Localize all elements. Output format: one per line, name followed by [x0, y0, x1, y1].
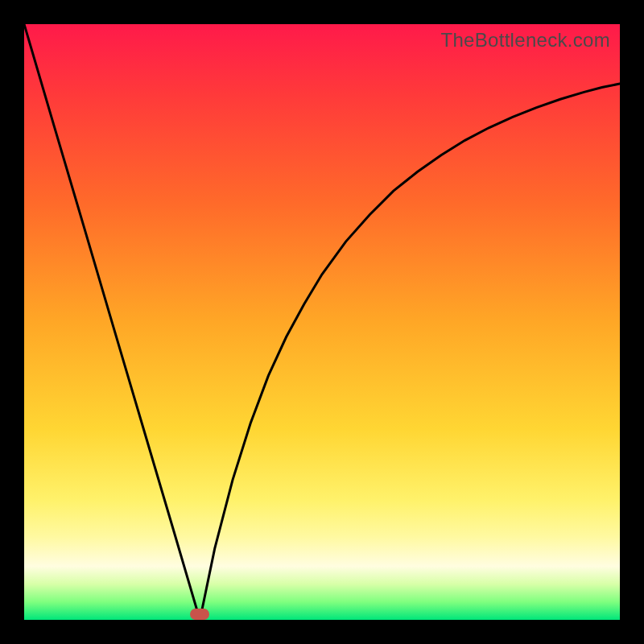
- curve-layer: [24, 24, 620, 620]
- plot-area: TheBottleneck.com: [24, 24, 620, 620]
- chart-frame: TheBottleneck.com: [0, 0, 644, 644]
- curve-right-branch: [200, 84, 620, 620]
- curve-left-branch: [24, 24, 200, 620]
- bottleneck-marker: [190, 609, 209, 620]
